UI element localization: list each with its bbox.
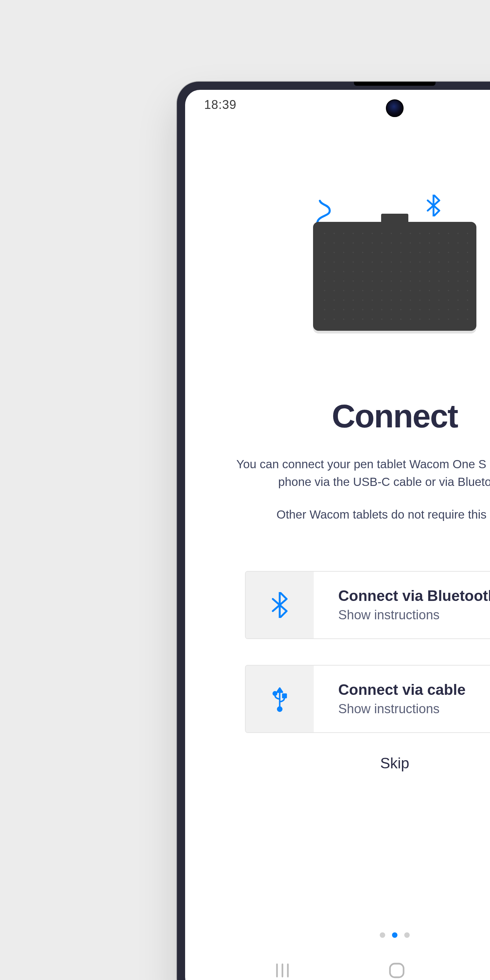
home-button[interactable] (374, 956, 419, 980)
phone-notch (354, 82, 436, 86)
onboarding-content: Connect You can connect your pen tablet … (185, 120, 490, 954)
svg-rect-5 (283, 694, 286, 697)
device-mockup-canvas: 18:39 58% (123, 0, 490, 980)
tablet-body (313, 222, 476, 331)
phone-frame: 18:39 58% (177, 82, 490, 980)
svg-rect-9 (390, 963, 404, 977)
bluetooth-icon (246, 571, 314, 638)
skip-button[interactable]: Skip (380, 754, 409, 772)
page-note: Other Wacom tablets do not require this … (276, 508, 490, 522)
status-time: 18:39 (204, 98, 237, 112)
option-title: Connect via cable (338, 681, 490, 698)
status-bar: 18:39 58% (185, 90, 490, 120)
option-subtitle: Show instructions (338, 701, 490, 716)
svg-point-4 (273, 692, 277, 695)
option-title: Connect via Bluetooth (338, 587, 490, 605)
bluetooth-icon (426, 195, 441, 219)
usb-icon (246, 665, 314, 732)
option-subtitle: Show instructions (338, 608, 490, 622)
screen: 18:39 58% (185, 90, 490, 980)
option-text: Connect via Bluetooth Show instructions (314, 571, 490, 638)
connect-cable-button[interactable]: Connect via cable Show instructions (245, 665, 490, 733)
page-indicator (380, 932, 410, 938)
connect-options: Connect via Bluetooth Show instructions (245, 571, 490, 733)
recents-button[interactable] (261, 957, 305, 980)
page-dot[interactable] (404, 932, 410, 938)
option-text: Connect via cable Show instructions (314, 665, 490, 732)
connect-bluetooth-button[interactable]: Connect via Bluetooth Show instructions (245, 571, 490, 639)
tablet-illustration (293, 188, 490, 337)
system-nav-bar (185, 954, 490, 980)
page-title: Connect (332, 398, 458, 435)
page-dot-active[interactable] (392, 932, 398, 938)
front-camera (386, 99, 404, 117)
svg-point-3 (278, 707, 282, 711)
page-dot[interactable] (380, 932, 385, 938)
page-description: You can connect your pen tablet Wacom On… (231, 455, 490, 491)
